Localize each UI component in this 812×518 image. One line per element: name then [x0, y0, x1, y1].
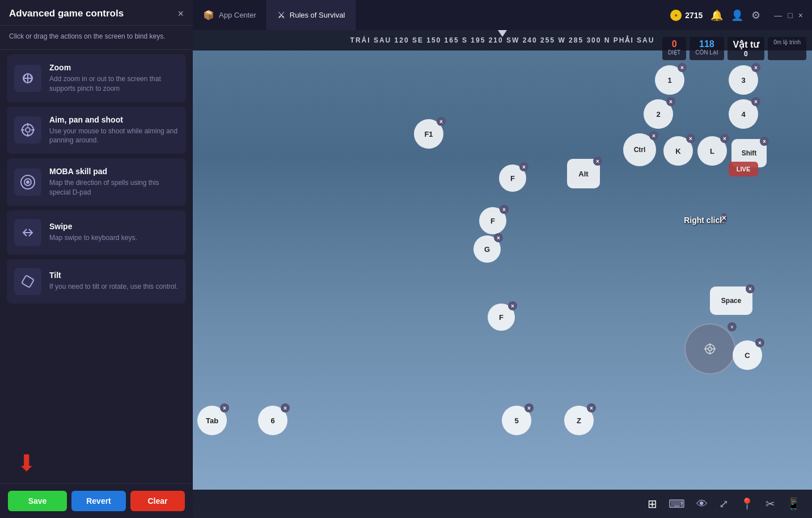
control-item-moba[interactable]: MOBA skill pad Map the direction of spel…: [7, 158, 186, 206]
key-5-close[interactable]: ×: [525, 403, 534, 412]
close-button[interactable]: ×: [177, 9, 184, 19]
key-f1-close[interactable]: ×: [437, 117, 446, 126]
sidebar: Advanced game controls × Click or drag t…: [0, 0, 193, 518]
control-item-aim[interactable]: Aim, pan and shoot Use your mouse to sho…: [7, 107, 186, 154]
aim-close[interactable]: ×: [728, 322, 737, 331]
tab-rules-of-survival[interactable]: ⚔ Rules of Survival: [267, 0, 356, 30]
key-1[interactable]: × 1: [655, 65, 684, 95]
revert-button[interactable]: Revert: [71, 491, 126, 511]
zoom-text: Zoom Add zoom in or out to the screen th…: [49, 63, 179, 94]
tilt-desc: If you need to tilt or rotate, use this …: [49, 282, 179, 292]
key-5[interactable]: × 5: [502, 406, 531, 435]
top-bar-right: ● 2715 🔔 👤 ⚙ — □ ×: [661, 9, 812, 22]
key-live[interactable]: LIVE: [729, 162, 758, 176]
arrow-indicator: ⬇: [17, 450, 36, 476]
key-tab[interactable]: × Tab: [197, 406, 227, 435]
key-f-top-label: F: [510, 174, 515, 183]
key-space[interactable]: × Space: [710, 287, 752, 315]
key-c[interactable]: × C: [733, 340, 762, 370]
key-4[interactable]: × 4: [729, 99, 758, 129]
key-alt[interactable]: × Alt: [567, 159, 600, 188]
route-label: 0m lộ trình: [773, 39, 801, 45]
clear-button[interactable]: Clear: [130, 491, 185, 511]
aim-circle[interactable]: ×: [684, 323, 735, 374]
key-4-close[interactable]: ×: [751, 97, 760, 106]
compass-arrow: [498, 30, 507, 37]
key-l[interactable]: × L: [697, 136, 727, 166]
key-z-close[interactable]: ×: [587, 403, 596, 412]
app-center-icon: 📦: [203, 10, 214, 20]
key-3[interactable]: × 3: [729, 65, 758, 95]
key-2-close[interactable]: ×: [666, 97, 675, 106]
game-area: 📦 App Center ⚔ Rules of Survival ● 2715 …: [193, 0, 812, 518]
controls-list: Zoom Add zoom in or out to the screen th…: [0, 50, 193, 483]
key-1-close[interactable]: ×: [678, 63, 687, 72]
control-item-tilt[interactable]: Tilt If you need to tilt or rotate, use …: [7, 259, 186, 304]
key-f-mid1-close[interactable]: ×: [500, 205, 509, 214]
key-live-label: LIVE: [737, 166, 750, 172]
key-f-top-close[interactable]: ×: [519, 162, 528, 171]
key-z-label: Z: [577, 416, 581, 425]
key-g[interactable]: × G: [473, 235, 501, 263]
minimize-button[interactable]: —: [774, 11, 782, 20]
key-f-mid1[interactable]: × F: [479, 207, 506, 234]
profile-button[interactable]: 👤: [731, 9, 743, 22]
aim-icon: [14, 116, 41, 144]
alive-label: CÒN LẠI: [695, 49, 718, 56]
sidebar-subtitle: Click or drag the actions on the screen …: [0, 26, 193, 50]
key-shift-close[interactable]: ×: [760, 137, 769, 146]
key-f-bot-label: F: [499, 313, 504, 322]
key-z[interactable]: × Z: [564, 406, 594, 435]
key-f1[interactable]: × F1: [414, 119, 443, 149]
key-right-click[interactable]: × Right click: [684, 216, 724, 225]
key-2[interactable]: × 2: [644, 99, 673, 129]
alive-value: 118: [699, 39, 714, 49]
svg-point-18: [708, 347, 712, 351]
bottom-resize-icon[interactable]: ⤢: [719, 497, 729, 511]
key-k-close[interactable]: ×: [686, 134, 695, 143]
key-f-top[interactable]: × F: [499, 165, 526, 192]
kills-label: DIỆT: [668, 49, 680, 56]
bottom-keyboard-icon[interactable]: ⌨: [669, 497, 685, 511]
control-item-zoom[interactable]: Zoom Add zoom in or out to the screen th…: [7, 54, 186, 102]
save-button[interactable]: Save: [8, 491, 67, 511]
key-ctrl-close[interactable]: ×: [649, 131, 658, 140]
aim-desc: Use your mouse to shoot while aiming and…: [49, 127, 179, 146]
items-label: Vật tư: [733, 39, 759, 50]
key-f-bot[interactable]: × F: [488, 304, 515, 331]
stat-kills: 0 DIỆT: [662, 37, 686, 60]
key-k[interactable]: × K: [663, 136, 693, 166]
key-f-mid1-label: F: [490, 217, 495, 225]
key-l-label: L: [710, 147, 714, 155]
tab-app-center[interactable]: 📦 App Center: [193, 0, 267, 30]
key-f-bot-close[interactable]: ×: [508, 301, 517, 310]
key-g-close[interactable]: ×: [494, 233, 503, 242]
key-tab-close[interactable]: ×: [220, 403, 229, 412]
maximize-button[interactable]: □: [788, 11, 792, 20]
swipe-desc: Map swipe to keyboard keys.: [49, 233, 179, 243]
key-ctrl[interactable]: × Ctrl: [623, 133, 656, 166]
key-space-close[interactable]: ×: [746, 284, 755, 293]
window-close-button[interactable]: ×: [798, 11, 803, 20]
bottom-location-icon[interactable]: 📍: [740, 497, 754, 511]
key-l-close[interactable]: ×: [720, 134, 729, 143]
key-shift-label: Shift: [742, 149, 757, 157]
bottom-grid-icon[interactable]: ⊞: [648, 497, 657, 511]
key-f1-label: F1: [424, 130, 433, 138]
zoom-desc: Add zoom in or out to the screen that su…: [49, 74, 179, 94]
bottom-scissors-icon[interactable]: ✂: [766, 497, 775, 511]
key-c-close[interactable]: ×: [755, 338, 764, 347]
moba-icon: [14, 169, 41, 196]
svg-point-11: [26, 180, 29, 184]
control-item-swipe[interactable]: Swipe Map swipe to keyboard keys.: [7, 210, 186, 255]
settings-button[interactable]: ⚙: [751, 9, 760, 22]
key-3-close[interactable]: ×: [751, 63, 760, 72]
bottom-bar: ⊞ ⌨ 👁 ⤢ 📍 ✂ 📱: [193, 490, 812, 518]
key-6-close[interactable]: ×: [281, 403, 290, 412]
key-alt-close[interactable]: ×: [593, 157, 602, 166]
bottom-phone-icon[interactable]: 📱: [786, 497, 801, 511]
notification-button[interactable]: 🔔: [710, 9, 723, 22]
key-6[interactable]: × 6: [258, 406, 287, 435]
key-rclick-close[interactable]: ×: [722, 213, 726, 222]
bottom-eye-icon[interactable]: 👁: [696, 498, 708, 511]
